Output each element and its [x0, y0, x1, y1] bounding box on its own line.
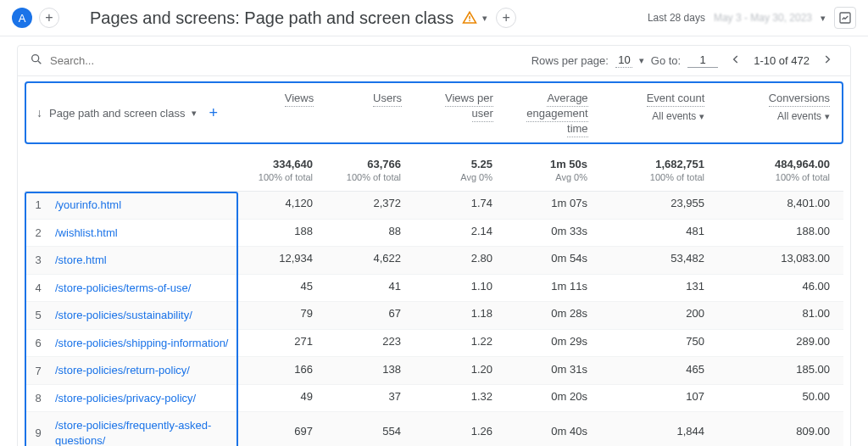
table-toolbar: Rows per page: 10 ▾ Go to: 1 1-10 of 472	[18, 46, 850, 76]
cell-views: 188	[238, 220, 325, 246]
insights-icon[interactable]	[834, 7, 856, 29]
avatar[interactable]: A	[12, 8, 32, 28]
totals-ec: 1,682,751	[655, 158, 704, 170]
add-button-title[interactable]: +	[496, 8, 516, 28]
column-header-row: ↓ Page path and screen class ▾ + Views U…	[25, 81, 843, 144]
date-label: Last 28 days	[648, 12, 705, 24]
col-header-views[interactable]: Views	[239, 83, 326, 142]
cell-vpu: 1.18	[413, 302, 504, 328]
page-title: Pages and screens: Page path and screen …	[90, 8, 641, 28]
col-header-conversions[interactable]: ConversionsAll events▾	[716, 83, 842, 142]
table-row: 5/store-policies/sustainability/79671.18…	[25, 302, 843, 330]
cell-users: 67	[325, 302, 413, 328]
cell-aet: 0m 40s	[504, 420, 599, 446]
svg-rect-2	[840, 13, 850, 23]
warning-icon[interactable]	[462, 10, 477, 25]
cell-users: 554	[325, 420, 413, 446]
cell-conversions: 8,401.00	[716, 192, 842, 218]
dimension-caret-icon[interactable]: ▾	[192, 108, 197, 119]
col-header-event-count[interactable]: Event countAll events▾	[600, 83, 717, 142]
cell-users: 138	[325, 358, 413, 384]
date-range[interactable]: May 3 - May 30, 2023	[714, 12, 812, 24]
dimension-header[interactable]: ↓ Page path and screen class ▾ +	[26, 83, 239, 142]
page-path-link[interactable]: /wishlist.html	[52, 220, 238, 247]
cell-conversions: 13,083.00	[716, 247, 842, 273]
row-index: 1	[25, 192, 52, 217]
cell-vpu: 1.20	[413, 358, 504, 384]
table-row: 8/store-policies/privacy-policy/49371.32…	[25, 385, 843, 413]
cell-aet: 0m 20s	[504, 385, 599, 411]
cell-event-count: 23,955	[599, 192, 716, 218]
cell-users: 41	[325, 275, 413, 301]
table-row: 7/store-policies/return-policy/1661381.2…	[25, 357, 843, 385]
page-path-link[interactable]: /store-policies/return-policy/	[52, 357, 238, 384]
cell-views: 166	[238, 358, 325, 384]
title-dropdown-caret[interactable]: ▾	[482, 13, 487, 24]
cell-users: 37	[325, 385, 413, 411]
cell-event-count: 131	[599, 275, 716, 301]
page-path-link[interactable]: /yourinfo.html	[52, 192, 238, 219]
cell-event-count: 107	[599, 385, 716, 411]
cell-aet: 0m 33s	[504, 220, 599, 246]
cell-users: 223	[325, 330, 413, 356]
rows-per-page-label: Rows per page:	[531, 54, 609, 67]
table-row: 6/store-policies/shipping-information/27…	[25, 330, 843, 358]
totals-views: 334,640	[273, 158, 313, 170]
sort-arrow-icon: ↓	[36, 106, 42, 120]
page-path-link[interactable]: /store-policies/sustainability/	[52, 302, 238, 329]
goto-label: Go to:	[651, 54, 681, 67]
search-icon	[30, 53, 43, 69]
cell-aet: 0m 28s	[504, 302, 599, 328]
table-row: 4/store-policies/terms-of-use/45411.101m…	[25, 275, 843, 303]
search-input[interactable]	[50, 54, 220, 67]
rows-per-page-caret-icon[interactable]: ▾	[639, 55, 644, 66]
cell-users: 2,372	[325, 192, 413, 218]
totals-conv: 484,964.00	[775, 158, 830, 170]
cell-event-count: 465	[599, 358, 716, 384]
svg-rect-0	[469, 16, 470, 20]
row-index: 2	[25, 220, 52, 245]
table-body: 1/yourinfo.html4,1202,3721.741m 07s23,95…	[25, 192, 843, 446]
rows-per-page-value[interactable]: 10	[615, 53, 632, 68]
page-path-link[interactable]: /store-policies/shipping-information/	[52, 330, 238, 357]
date-caret-icon[interactable]: ▾	[821, 13, 826, 24]
svg-rect-1	[469, 20, 470, 22]
cell-vpu: 1.22	[413, 330, 504, 356]
row-index: 4	[25, 276, 52, 300]
page-path-link[interactable]: /store.html	[52, 247, 238, 274]
cell-aet: 0m 31s	[504, 358, 599, 384]
page-path-link[interactable]: /store-policies/frequently-asked-questio…	[52, 412, 238, 446]
cell-vpu: 1.10	[413, 275, 504, 301]
cell-vpu: 1.26	[413, 420, 504, 446]
cell-views: 4,120	[238, 192, 325, 218]
cell-aet: 0m 29s	[504, 330, 599, 356]
cell-users: 4,622	[325, 247, 413, 273]
prev-page-icon[interactable]	[725, 53, 747, 68]
page-path-link[interactable]: /store-policies/terms-of-use/	[52, 275, 238, 302]
cell-event-count: 200	[599, 302, 716, 328]
cell-event-count: 481	[599, 220, 716, 246]
add-dimension-button[interactable]: +	[209, 104, 218, 122]
cell-vpu: 1.32	[413, 385, 504, 411]
cell-users: 88	[325, 220, 413, 246]
cell-event-count: 750	[599, 330, 716, 356]
totals-row: 334,640100% of total 63,766100% of total…	[25, 144, 843, 192]
page-path-link[interactable]: /store-policies/privacy-policy/	[52, 385, 238, 412]
row-index: 5	[25, 303, 52, 327]
cell-conversions: 188.00	[716, 220, 842, 246]
col-header-users[interactable]: Users	[326, 83, 414, 142]
cell-conversions: 81.00	[716, 302, 842, 328]
table-row: 1/yourinfo.html4,1202,3721.741m 07s23,95…	[25, 192, 843, 220]
next-page-icon[interactable]	[816, 53, 838, 68]
cell-conversions: 289.00	[716, 330, 842, 356]
row-index: 9	[25, 421, 52, 445]
cell-vpu: 2.14	[413, 220, 504, 246]
report-header: A + Pages and screens: Page path and scr…	[0, 0, 868, 36]
cell-views: 79	[238, 302, 325, 328]
col-header-avg-engagement[interactable]: Averageengagementtime	[505, 83, 600, 142]
goto-value[interactable]: 1	[687, 53, 718, 68]
cell-views: 271	[238, 330, 325, 356]
add-button-top[interactable]: +	[39, 8, 59, 28]
totals-aet: 1m 50s	[550, 158, 587, 170]
col-header-views-per-user[interactable]: Views peruser	[414, 83, 505, 142]
